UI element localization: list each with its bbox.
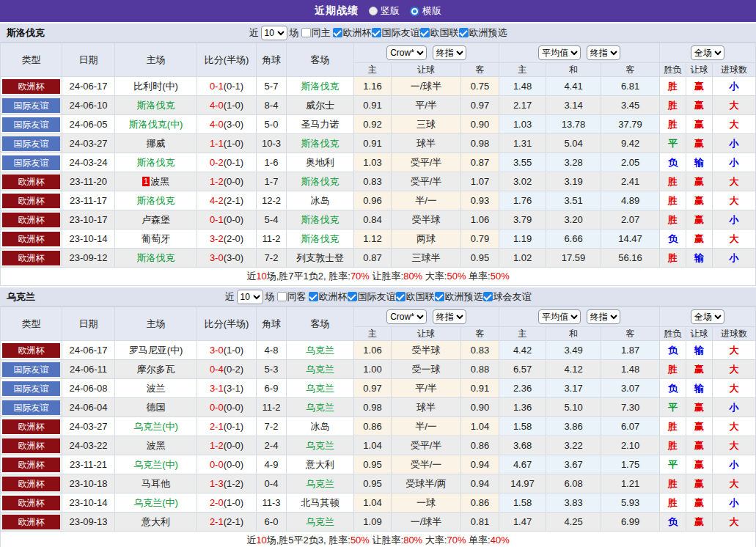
home-team[interactable]: 罗马尼亚(中) [115,341,197,360]
home-team[interactable]: 波兰 [115,379,197,398]
match-type-badge: 欧洲杯 [2,438,60,453]
away-team[interactable]: 斯洛伐克 [287,210,354,230]
odds-home: 1.16 [354,77,392,96]
competition-filter[interactable]: 国际友谊 [348,290,396,304]
average-select[interactable]: 平均值 [538,309,581,324]
competition-filter[interactable]: 欧国联 [420,26,459,40]
fulltime-score: 3-0 [210,345,224,356]
layout-option-horizontal[interactable]: 横版 [410,4,441,18]
result-goals: 大 [713,360,756,379]
home-team[interactable]: 斯洛伐克 [115,153,197,172]
odds-source-select[interactable]: Crow* [386,45,427,60]
summary-segment: 10 [256,271,266,282]
competition-filter[interactable]: 欧洲预选 [459,26,507,40]
result-handicap: 赢 [686,115,713,134]
competition-filters: 欧洲杯国际友谊欧国联欧洲预选 [333,26,507,40]
home-team[interactable]: 卢森堡 [115,210,197,230]
result-outcome: 负 [660,379,686,398]
same-venue-filter[interactable]: 同客 [277,290,307,304]
away-team[interactable]: 威尔士 [287,96,354,115]
away-team[interactable]: 意大利 [287,455,354,474]
home-team[interactable]: 比利时(中) [115,77,197,96]
away-team[interactable]: 乌克兰 [287,474,354,493]
home-team[interactable]: 乌克兰(中) [115,417,197,436]
home-team[interactable]: 摩尔多瓦 [115,360,197,379]
away-team-name: 冰岛 [311,195,330,206]
away-team[interactable]: 乌克兰 [287,398,354,417]
average-time-select[interactable]: 终指 [587,309,620,324]
avg-draw-odds: 3.28 [546,153,601,172]
away-team[interactable]: 斯洛伐克 [287,77,354,96]
col-away: 客场 [287,307,354,341]
away-team[interactable]: 北马其顿 [287,493,354,513]
home-team[interactable]: 意大利 [115,513,197,532]
home-team[interactable]: 1波黑 [115,172,197,191]
checkbox-icon [309,292,318,301]
competition-filter[interactable]: 国际友谊 [372,26,420,40]
scope-select[interactable]: 全场 [691,309,724,324]
competition-filter[interactable]: 欧洲杯 [333,26,372,40]
average-time-select[interactable]: 终指 [587,45,620,60]
competition-filter[interactable]: 欧国联 [396,290,435,304]
home-team[interactable]: 挪威 [115,134,197,153]
fulltime-score: 1-2 [210,440,224,451]
away-team[interactable]: 乌克兰 [287,513,354,532]
summary-segment: 单率: [466,535,490,546]
filter-bar: 近 10 场 同主 欧洲杯国际友谊欧国联欧洲预选 [249,26,507,40]
match-type-badge: 国际友谊 [2,98,60,113]
match-count-select[interactable]: 10 [237,290,263,304]
home-team[interactable]: 马耳他 [115,474,197,493]
away-team[interactable]: 乌克兰 [287,379,354,398]
home-team[interactable]: 葡萄牙 [115,230,197,249]
match-date: 24-06-05 [62,115,115,134]
match-type: 欧洲杯 [1,172,62,191]
home-team[interactable]: 斯洛伐克(中) [115,115,197,134]
away-team[interactable]: 冰岛 [287,417,354,436]
average-select[interactable]: 平均值 [538,45,581,60]
matches-table: 类型 日期 主场 比分(半场) 角球 客场 Crow* 终指 平均值 终指 [0,306,756,547]
away-team[interactable]: 斯洛伐克 [287,230,354,249]
odds-time-select[interactable]: 终指 [433,45,466,60]
scope-select[interactable]: 全场 [691,45,724,60]
result-outcome: 平 [660,398,686,417]
layout-option-vertical[interactable]: 竖版 [369,4,400,18]
odds-source-select[interactable]: Crow* [386,309,427,324]
top-bar: 近期战绩 竖版 横版 [0,0,756,22]
fulltime-score: 0-1 [210,81,224,92]
away-team[interactable]: 斯洛伐克 [287,134,354,153]
home-team[interactable]: 乌克兰(中) [115,493,197,513]
summary-segment: 40% [491,535,510,546]
same-venue-filter[interactable]: 同主 [301,26,331,40]
away-team[interactable]: 列支敦士登 [287,249,354,268]
col-result: 胜负 [660,327,686,341]
competition-filter[interactable]: 欧洲杯 [309,290,348,304]
home-team[interactable]: 斯洛伐克 [115,96,197,115]
home-team-name: 德国 [147,402,166,413]
home-team[interactable]: 乌克兰(中) [115,455,197,474]
avg-home-odds: 3.02 [499,172,546,191]
away-team[interactable]: 斯洛伐克 [287,172,354,191]
match-date: 24-03-24 [62,153,115,172]
home-team[interactable]: 斯洛伐克 [115,249,197,268]
match-date: 24-03-27 [62,417,115,436]
competition-filter[interactable]: 欧洲预选 [435,290,483,304]
odds-line: 受半球 [392,341,461,360]
match-row: 欧洲杯24-06-17罗马尼亚(中)3-0(1-0)4-8乌克兰1.06受半球0… [1,341,756,360]
home-team-name: 波黑 [147,440,166,451]
competition-filter[interactable]: 球会友谊 [483,290,532,304]
away-team[interactable]: 乌克兰 [287,341,354,360]
home-team[interactable]: 波黑 [115,436,197,455]
away-team[interactable]: 乌克兰 [287,360,354,379]
result-handicap: 赢 [686,172,713,191]
competition-label: 欧洲预选 [445,290,483,304]
match-count-select[interactable]: 10 [261,26,287,40]
home-team[interactable]: 斯洛伐克 [115,191,197,210]
away-team[interactable]: 圣马力诺 [287,115,354,134]
away-team[interactable]: 奥地利 [287,153,354,172]
home-team[interactable]: 德国 [115,398,197,417]
match-date: 23-10-14 [62,230,115,249]
away-team[interactable]: 冰岛 [287,191,354,210]
away-team[interactable]: 乌克兰 [287,436,354,455]
corners: 6-0 [257,513,287,532]
odds-time-select[interactable]: 终指 [433,309,466,324]
